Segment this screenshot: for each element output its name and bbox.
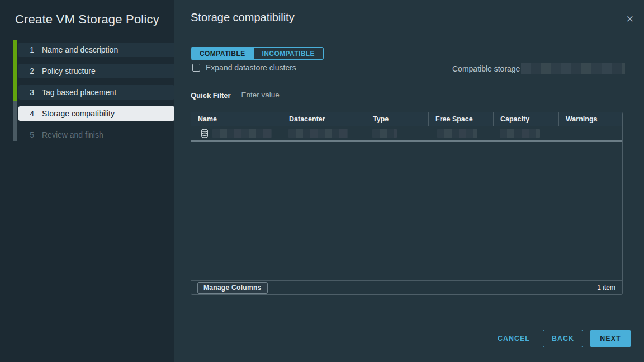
column-header-type[interactable]: Type	[366, 112, 428, 126]
step-label: Storage compatibility	[42, 109, 115, 118]
step-label: Name and description	[42, 45, 118, 54]
redacted-free-space-value	[437, 129, 477, 138]
datastore-icon	[201, 129, 209, 138]
page-title: Storage compatibility	[191, 11, 295, 24]
column-header-capacity[interactable]: Capacity	[493, 112, 558, 126]
progress-rail-remaining	[13, 101, 17, 141]
tab-compatible[interactable]: COMPATIBLE	[191, 48, 254, 59]
wizard-content-panel: Storage compatibility ✕ COMPATIBLE INCOM…	[174, 0, 644, 362]
quick-filter: Quick Filter	[191, 91, 333, 102]
storage-datagrid: NameDatacenterTypeFree SpaceCapacityWarn…	[191, 112, 623, 295]
item-count: 1 item	[597, 284, 615, 292]
compatible-storage-label: Compatible storage	[452, 64, 520, 73]
sidebar-step-tag-based-placement[interactable]: 3Tag based placement	[18, 85, 174, 100]
cell-datacenter	[282, 129, 366, 138]
sidebar-step-storage-compatibility[interactable]: 4Storage compatibility	[18, 106, 174, 121]
step-number: 3	[27, 88, 34, 97]
wizard-title: Create VM Storage Policy	[15, 12, 159, 27]
column-header-free-space[interactable]: Free Space	[428, 112, 493, 126]
next-button[interactable]: NEXT	[590, 330, 631, 347]
step-number: 2	[27, 67, 34, 76]
step-number: 1	[27, 45, 34, 54]
progress-rail	[13, 40, 17, 141]
redacted-datacenter-value	[288, 129, 348, 138]
step-number: 4	[27, 109, 34, 118]
expand-datastore-clusters-option[interactable]: Expand datastore clusters	[192, 63, 296, 72]
back-button[interactable]: BACK	[543, 330, 583, 347]
quick-filter-label: Quick Filter	[191, 91, 231, 102]
step-number: 5	[27, 130, 34, 139]
step-label: Policy structure	[42, 67, 96, 76]
cell-capacity	[493, 129, 558, 138]
sidebar-step-review-and-finish: 5Review and finish	[18, 128, 174, 142]
expand-datastore-clusters-checkbox[interactable]	[192, 64, 200, 72]
column-header-warnings[interactable]: Warnings	[558, 112, 622, 126]
redacted-type-value	[372, 129, 397, 138]
tab-incompatible[interactable]: INCOMPATIBLE	[254, 48, 323, 59]
sidebar-step-name-and-description[interactable]: 1Name and description	[18, 43, 174, 57]
manage-columns-button[interactable]: Manage Columns	[197, 282, 268, 294]
table-row[interactable]	[191, 126, 622, 142]
compatibility-tab-group: COMPATIBLE INCOMPATIBLE	[191, 47, 324, 60]
cell-name	[191, 129, 282, 138]
redacted-name-value	[212, 129, 272, 138]
sidebar-step-policy-structure[interactable]: 2Policy structure	[18, 64, 174, 78]
wizard-steps: 1Name and description2Policy structure3T…	[18, 43, 174, 149]
datagrid-footer: Manage Columns 1 item	[191, 280, 622, 294]
close-icon[interactable]: ✕	[626, 13, 634, 25]
quick-filter-input[interactable]	[240, 91, 333, 102]
step-label: Tag based placement	[42, 88, 116, 97]
column-header-datacenter[interactable]: Datacenter	[282, 112, 366, 126]
redacted-capacity-value	[500, 129, 540, 138]
step-label: Review and finish	[42, 130, 103, 139]
wizard-sidebar: Create VM Storage Policy 1Name and descr…	[0, 0, 174, 362]
compatible-storage-value-redacted	[521, 63, 625, 74]
progress-rail-completed	[13, 40, 17, 101]
cell-free-space	[428, 129, 493, 138]
wizard-actions: CANCEL BACK NEXT	[498, 330, 631, 347]
compatible-storage-summary: Compatible storage	[452, 63, 625, 74]
column-header-name[interactable]: Name	[191, 112, 282, 126]
cell-type	[366, 129, 428, 138]
datagrid-header: NameDatacenterTypeFree SpaceCapacityWarn…	[191, 112, 622, 126]
datagrid-empty-area	[191, 142, 622, 280]
expand-datastore-clusters-label: Expand datastore clusters	[206, 63, 296, 72]
cancel-button[interactable]: CANCEL	[498, 330, 530, 347]
